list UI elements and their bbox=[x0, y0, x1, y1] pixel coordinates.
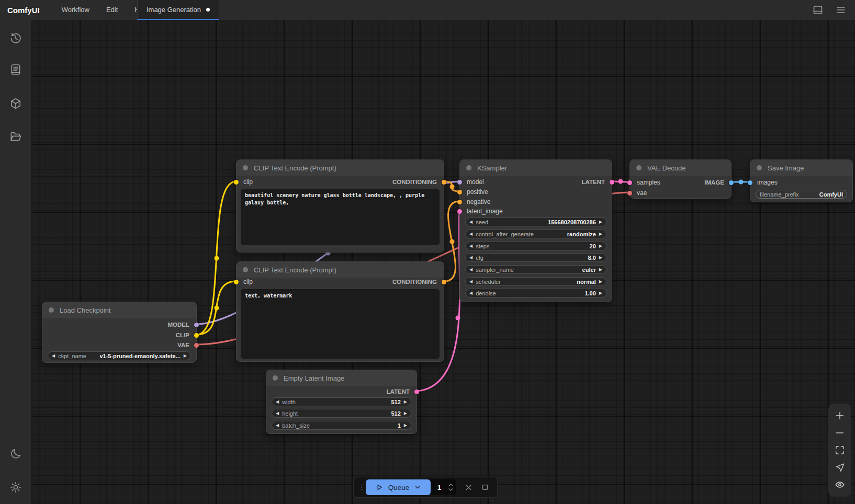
link-clip bbox=[197, 281, 236, 335]
node-header[interactable]: CLIP Text Encode (Prompt) bbox=[237, 262, 444, 278]
node-vae-decode[interactable]: VAE DecodeIMAGEsamplesvae bbox=[629, 159, 732, 199]
widget-right-arrow-icon[interactable]: ▶ bbox=[599, 289, 602, 297]
workflows-icon[interactable] bbox=[6, 128, 25, 146]
input-port-model[interactable] bbox=[457, 180, 462, 185]
output-port-vae[interactable] bbox=[194, 343, 199, 348]
menu-workflow[interactable]: Workflow bbox=[53, 0, 98, 20]
widget-steps[interactable]: ◀steps20▶ bbox=[465, 242, 606, 250]
output-port-conditioning[interactable] bbox=[442, 180, 446, 185]
widget-right-arrow-icon[interactable]: ▶ bbox=[599, 242, 602, 250]
model-library-icon[interactable] bbox=[6, 94, 25, 113]
widget-right-arrow-icon[interactable]: ▶ bbox=[184, 352, 187, 360]
widget-left-arrow-icon[interactable]: ◀ bbox=[469, 218, 473, 226]
widget-cfg[interactable]: ◀cfg8.0▶ bbox=[465, 253, 606, 262]
node-empty-latent-image[interactable]: Empty Latent ImageLATENT◀width512▶◀heigh… bbox=[266, 370, 417, 434]
output-port-model[interactable] bbox=[194, 323, 199, 327]
widget-sampler_name[interactable]: ◀sampler_nameeuler▶ bbox=[465, 265, 606, 274]
widget-left-arrow-icon[interactable]: ◀ bbox=[469, 266, 473, 273]
tab-image-generation[interactable]: Image Generation bbox=[137, 0, 219, 20]
input-port-clip[interactable] bbox=[234, 180, 239, 185]
widget-right-arrow-icon[interactable]: ▶ bbox=[404, 409, 407, 417]
node-library-icon[interactable] bbox=[6, 60, 25, 79]
input-port-negative[interactable] bbox=[457, 200, 462, 204]
node-header[interactable]: VAE Decode bbox=[630, 160, 731, 176]
output-label-conditioning: CONDITIONING bbox=[392, 278, 437, 286]
input-port-positive[interactable] bbox=[457, 190, 462, 194]
widget-right-arrow-icon[interactable]: ▶ bbox=[599, 278, 602, 285]
queue-button[interactable]: Queue bbox=[366, 479, 431, 495]
widget-left-arrow-icon[interactable]: ◀ bbox=[469, 230, 473, 238]
widget-scheduler[interactable]: ◀schedulernormal▶ bbox=[465, 277, 606, 286]
bottom-panel-icon[interactable] bbox=[810, 2, 826, 18]
node-load-checkpoint[interactable]: Load CheckpointMODELCLIPVAE◀ckpt_namev1-… bbox=[42, 302, 197, 363]
widget-left-arrow-icon[interactable]: ◀ bbox=[276, 421, 279, 429]
widget-right-arrow-icon[interactable]: ▶ bbox=[404, 398, 407, 406]
widget-seed[interactable]: ◀seed156680208700286▶ bbox=[465, 217, 606, 226]
input-port-samples[interactable] bbox=[627, 180, 632, 185]
left-sidebar bbox=[0, 20, 31, 504]
canvas-controls bbox=[828, 404, 851, 497]
clear-queue-icon[interactable] bbox=[464, 483, 473, 492]
widget-height[interactable]: ◀height512▶ bbox=[272, 409, 411, 418]
widget-control_after_generate[interactable]: ◀control_after_generaterandomize▶ bbox=[465, 230, 606, 238]
widget-width[interactable]: ◀width512▶ bbox=[272, 397, 411, 406]
prompt-textarea[interactable]: text, watermark bbox=[241, 289, 440, 359]
node-header[interactable]: Load Checkpoint bbox=[42, 302, 196, 318]
batch-count-value: 1 bbox=[437, 484, 448, 491]
node-header[interactable]: CLIP Text Encode (Prompt) bbox=[237, 160, 444, 176]
menu-edit[interactable]: Edit bbox=[98, 0, 126, 20]
history-icon[interactable] bbox=[6, 29, 25, 48]
node-save-image[interactable]: Save Imageimagesfilename_prefixComfyUI bbox=[750, 159, 853, 202]
node-canvas[interactable]: Load CheckpointMODELCLIPVAE◀ckpt_namev1-… bbox=[31, 20, 855, 504]
widget-right-arrow-icon[interactable]: ▶ bbox=[599, 218, 602, 226]
widget-left-arrow-icon[interactable]: ◀ bbox=[469, 254, 473, 261]
node-clip-text-encode-negative[interactable]: CLIP Text Encode (Prompt)CONDITIONINGcli… bbox=[236, 261, 444, 362]
input-port-clip[interactable] bbox=[234, 280, 239, 284]
output-label-clip: CLIP bbox=[176, 331, 189, 339]
widget-label: batch_size bbox=[282, 422, 310, 429]
widget-right-arrow-icon[interactable]: ▶ bbox=[404, 421, 407, 429]
widget-denoise[interactable]: ◀denoise1.00▶ bbox=[465, 289, 606, 297]
zoom-out-icon[interactable] bbox=[831, 426, 849, 440]
navigate-icon[interactable] bbox=[831, 460, 849, 475]
node-clip-text-encode-positive[interactable]: CLIP Text Encode (Prompt)CONDITIONINGcli… bbox=[236, 159, 444, 253]
widget-batch_size[interactable]: ◀batch_size1▶ bbox=[272, 421, 411, 430]
link-conditioning bbox=[444, 201, 459, 281]
widget-filename_prefix[interactable]: filename_prefixComfyUI bbox=[756, 190, 847, 199]
menu-icon[interactable] bbox=[833, 2, 849, 18]
widget-left-arrow-icon[interactable]: ◀ bbox=[276, 409, 279, 417]
prompt-textarea[interactable]: beautiful scenery nature glass bottle la… bbox=[241, 189, 440, 245]
stepper-up-icon[interactable] bbox=[448, 483, 454, 487]
toggle-link-visibility-icon[interactable] bbox=[831, 477, 849, 492]
output-port-image[interactable] bbox=[729, 180, 734, 185]
output-port-conditioning[interactable] bbox=[442, 280, 446, 284]
widget-left-arrow-icon[interactable]: ◀ bbox=[469, 242, 473, 250]
node-header[interactable]: KSampler bbox=[460, 160, 612, 176]
widget-left-arrow-icon[interactable]: ◀ bbox=[469, 278, 473, 285]
fit-view-icon[interactable] bbox=[831, 443, 849, 457]
stop-icon[interactable] bbox=[481, 483, 489, 491]
stepper-down-icon[interactable] bbox=[448, 488, 454, 491]
widget-left-arrow-icon[interactable]: ◀ bbox=[52, 352, 55, 360]
zoom-in-icon[interactable] bbox=[831, 408, 849, 423]
widget-right-arrow-icon[interactable]: ▶ bbox=[599, 230, 602, 238]
input-port-latent_image[interactable] bbox=[457, 209, 462, 214]
settings-icon[interactable] bbox=[6, 478, 25, 497]
node-ksampler[interactable]: KSamplerLATENTmodelpositivenegativelaten… bbox=[459, 159, 612, 302]
output-label-model: MODEL bbox=[167, 320, 189, 329]
batch-count-input[interactable]: 1 bbox=[431, 479, 456, 495]
output-port-latent[interactable] bbox=[610, 180, 614, 185]
widget-ckpt_name[interactable]: ◀ckpt_namev1-5-pruned-emaonly.safete...▶ bbox=[48, 351, 191, 360]
drag-handle[interactable]: ⋮ bbox=[358, 485, 364, 490]
node-header[interactable]: Empty Latent Image bbox=[266, 370, 417, 386]
widget-right-arrow-icon[interactable]: ▶ bbox=[599, 254, 602, 261]
output-port-latent[interactable] bbox=[414, 390, 419, 394]
widget-left-arrow-icon[interactable]: ◀ bbox=[469, 289, 473, 297]
theme-toggle-icon[interactable] bbox=[6, 444, 25, 463]
input-port-vae[interactable] bbox=[627, 191, 632, 196]
output-port-clip[interactable] bbox=[194, 333, 199, 338]
input-port-images[interactable] bbox=[748, 180, 752, 185]
widget-right-arrow-icon[interactable]: ▶ bbox=[599, 266, 602, 273]
node-header[interactable]: Save Image bbox=[750, 160, 852, 176]
widget-left-arrow-icon[interactable]: ◀ bbox=[276, 398, 279, 406]
